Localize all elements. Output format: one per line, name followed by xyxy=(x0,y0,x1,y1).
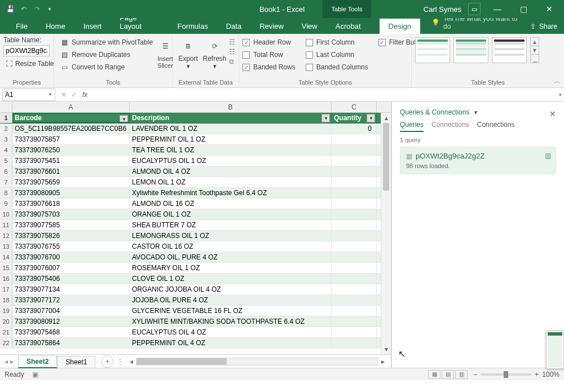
cell-description[interactable]: LEMONGRASS OIL 1 OZ xyxy=(130,231,332,241)
table-row[interactable]: 2OS_5C119B98557EA200BE7CC0B6LAVENDER OIL… xyxy=(0,124,381,134)
cell-quantity[interactable] xyxy=(332,145,377,155)
table-row[interactable]: 3733739075857PEPPERMINT OIL 1 OZ xyxy=(0,134,381,145)
cell-description[interactable]: ROSEMARY OIL 1 OZ xyxy=(130,263,332,273)
cell-barcode[interactable]: 733739076007 xyxy=(12,263,130,273)
tab-review[interactable]: Review xyxy=(250,19,293,34)
table-row[interactable]: 16733739075406CLOVE OIL 1 OZ xyxy=(0,274,381,284)
cell-description[interactable]: EUCALYPTUS OIL 4 OZ xyxy=(130,327,332,337)
save-icon[interactable]: 💾 xyxy=(6,5,15,14)
banded-rows-checkbox[interactable]: ✓Banded Rows xyxy=(243,61,296,73)
cell-description[interactable]: CASTOR OIL 16 OZ xyxy=(130,241,332,252)
filter-dropdown-icon[interactable]: ▾ xyxy=(321,114,330,122)
table-row[interactable]: 19733739077004GLYCERINE VEGETABLE 16 FL … xyxy=(0,306,381,316)
cell-description[interactable]: JOJOBA OIL PURE 4 OZ xyxy=(130,295,332,305)
table-row[interactable]: 11733739077585SHEA BUTTER 7 OZ xyxy=(0,220,381,231)
refresh-button[interactable]: ⟳Refresh▾ xyxy=(202,36,227,78)
cell-quantity[interactable] xyxy=(332,252,377,262)
cell-description[interactable]: ALMOND OIL 16 OZ xyxy=(130,199,332,209)
table-header-barcode[interactable]: Barcode▾ xyxy=(12,113,130,123)
cell-description[interactable]: CLOVE OIL 1 OZ xyxy=(130,274,332,284)
cell-barcode[interactable]: 733739075451 xyxy=(12,156,130,166)
cell-quantity[interactable] xyxy=(332,199,377,209)
sheet-nav-prev[interactable]: ◂ xyxy=(5,358,8,365)
cell-quantity[interactable] xyxy=(332,231,377,241)
scroll-thumb[interactable] xyxy=(383,123,389,191)
cell-barcode[interactable]: 733739075826 xyxy=(12,231,130,241)
cell-barcode[interactable]: 733739077585 xyxy=(12,220,130,230)
chevron-down-icon[interactable]: ▼ xyxy=(48,92,52,97)
styles-scroll-down[interactable]: ▾ xyxy=(531,46,539,55)
enter-icon[interactable]: ✓ xyxy=(71,91,77,99)
remove-duplicates-button[interactable]: ▤Remove Duplicates xyxy=(58,49,155,61)
table-name-input[interactable] xyxy=(3,45,50,56)
table-row[interactable]: 5733739075451EUCALYPTUS OIL 1 OZ xyxy=(0,156,381,166)
restore-button[interactable]: ▢ xyxy=(512,0,535,18)
table-header-description[interactable]: Description▾ xyxy=(130,113,332,123)
cell-quantity[interactable] xyxy=(332,274,377,284)
table-row[interactable]: 6733739076601ALMOND OIL 4 OZ xyxy=(0,166,381,177)
zoom-in-button[interactable]: + xyxy=(535,371,539,378)
column-header-a[interactable]: A xyxy=(12,102,130,112)
zoom-level[interactable]: 100% xyxy=(542,371,559,378)
table-row[interactable]: 13733739076755CASTOR OIL 16 OZ xyxy=(0,241,381,252)
cell-quantity[interactable] xyxy=(332,263,377,273)
sheet-nav-next[interactable]: ▸ xyxy=(10,358,14,365)
cell-quantity[interactable] xyxy=(332,220,377,230)
view-page-layout-button[interactable]: ▤ xyxy=(442,370,454,379)
cell-quantity[interactable] xyxy=(332,209,377,219)
fx-icon[interactable]: fx xyxy=(82,91,87,99)
vertical-scrollbar[interactable]: ▴ ▾ xyxy=(381,113,391,354)
name-box[interactable]: A1▼ xyxy=(2,89,55,101)
cell-barcode[interactable]: 733739076700 xyxy=(12,252,130,262)
cell-barcode[interactable]: 733739077004 xyxy=(12,306,130,316)
table-row[interactable]: 12733739075826LEMONGRASS OIL 1 OZ xyxy=(0,231,381,241)
table-row[interactable]: 9733739076618ALMOND OIL 16 OZ xyxy=(0,199,381,209)
properties-icon[interactable]: ☶ xyxy=(229,38,235,46)
chevron-down-icon[interactable]: ▼ xyxy=(473,109,478,116)
cell-description[interactable]: LAVENDER OIL 1 OZ xyxy=(130,124,332,134)
cell-barcode[interactable]: 733739075703 xyxy=(12,209,130,219)
styles-scroll-up[interactable]: ▴ xyxy=(531,38,539,46)
macro-record-icon[interactable]: ▣ xyxy=(32,371,38,378)
cell-description[interactable]: LEMON OIL 1 OZ xyxy=(130,177,332,187)
scroll-down-icon[interactable]: ▾ xyxy=(381,344,391,354)
share-button[interactable]: ⇪Share xyxy=(523,19,564,34)
close-button[interactable]: ✕ xyxy=(538,0,561,18)
view-page-break-button[interactable]: ▥ xyxy=(455,370,468,379)
filter-dropdown-icon[interactable]: ▾ xyxy=(367,114,375,122)
cell-quantity[interactable] xyxy=(332,241,377,252)
cell-quantity[interactable] xyxy=(332,134,377,144)
cell-barcode[interactable]: 733739077134 xyxy=(12,284,130,294)
cell-description[interactable]: ORGANIC JOJOBA OIL 4 OZ xyxy=(130,284,332,294)
cell-description[interactable]: AVOCADO OIL, PURE 4 OZ xyxy=(130,252,332,262)
cell-barcode[interactable]: 733739076755 xyxy=(12,241,130,252)
header-row-checkbox[interactable]: ✓Header Row xyxy=(243,36,296,49)
cell-quantity[interactable] xyxy=(332,177,377,187)
convert-range-button[interactable]: ▭Convert to Range xyxy=(58,61,155,73)
table-row[interactable]: 18733739077172JOJOBA OIL PURE 4 OZ xyxy=(0,295,381,306)
sheet-tab-sheet2[interactable]: Sheet2 xyxy=(18,355,57,368)
banded-columns-checkbox[interactable]: Banded Columns xyxy=(306,61,368,73)
table-row[interactable]: 8733739080905Xyliwhite Refreshmint Tooth… xyxy=(0,188,381,199)
table-row[interactable]: 22733739075864PEPPERMINT OIL 4 OZ xyxy=(0,338,381,349)
close-pane-button[interactable]: ✕ xyxy=(549,109,556,118)
cell-barcode[interactable]: 733739075406 xyxy=(12,274,130,284)
filter-dropdown-icon[interactable]: ▾ xyxy=(120,115,128,123)
table-row[interactable]: 21733739075468EUCALYPTUS OIL 4 OZ xyxy=(0,327,381,338)
tab-acrobat[interactable]: Acrobat xyxy=(327,19,370,34)
horizontal-scrollbar[interactable] xyxy=(136,358,378,365)
tab-view[interactable]: View xyxy=(293,19,327,34)
user-name[interactable]: Carl Symes xyxy=(424,5,461,14)
cell-quantity[interactable] xyxy=(332,188,377,198)
cell-barcode[interactable]: 733739075468 xyxy=(12,327,130,337)
cell-barcode[interactable]: 733739076618 xyxy=(12,199,130,209)
table-header-quantity[interactable]: Quantity▾ xyxy=(332,113,377,123)
cell-quantity[interactable] xyxy=(332,338,377,348)
redo-icon[interactable]: ↷ xyxy=(33,5,42,14)
formula-input[interactable] xyxy=(91,89,556,101)
cell-quantity[interactable] xyxy=(332,306,377,316)
new-sheet-button[interactable]: + xyxy=(101,355,113,368)
cell-description[interactable]: ORANGE OIL 1 OZ xyxy=(130,209,332,219)
table-row[interactable]: 14733739076700AVOCADO OIL, PURE 4 OZ xyxy=(0,252,381,263)
cell-description[interactable]: ALMOND OIL 4 OZ xyxy=(130,166,332,177)
